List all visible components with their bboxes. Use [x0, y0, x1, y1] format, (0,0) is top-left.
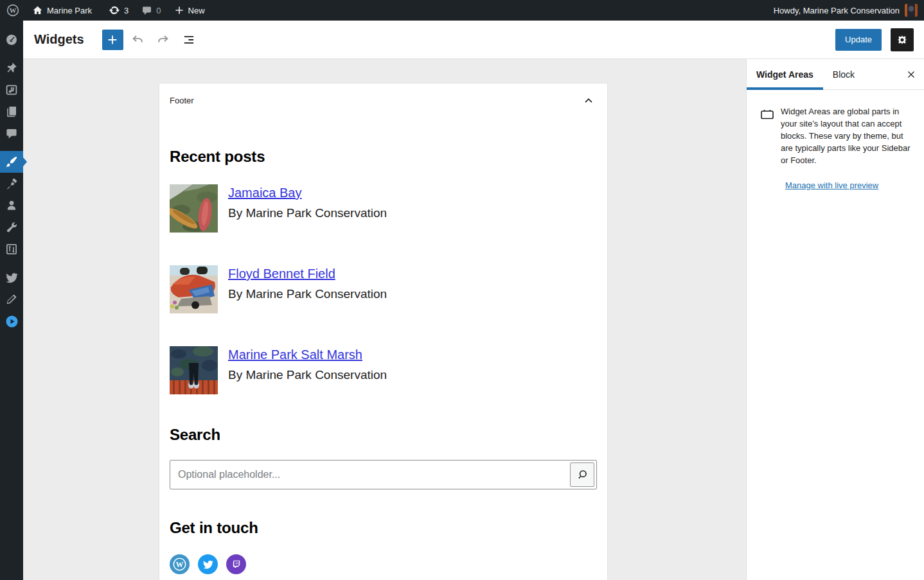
- list-view-button[interactable]: [177, 28, 200, 51]
- post-link[interactable]: Floyd Bennet Field: [228, 266, 335, 281]
- sidebar-item-tools[interactable]: [0, 216, 23, 238]
- post-byline: By Marine Park Conservation: [228, 206, 387, 220]
- close-icon: [905, 69, 917, 80]
- post-thumbnail-marine-park-salt-marsh: [170, 346, 218, 394]
- tab-widget-areas[interactable]: Widget Areas: [747, 59, 823, 89]
- new-content-menu[interactable]: New: [168, 0, 211, 21]
- sliders-icon: [5, 243, 18, 256]
- sidebar-item-pages[interactable]: [0, 101, 23, 123]
- list-view-icon: [182, 33, 196, 47]
- home-icon: [32, 5, 43, 16]
- search-widget: [170, 460, 597, 489]
- updates-menu[interactable]: 3: [102, 0, 135, 21]
- tab-block[interactable]: Block: [823, 59, 864, 89]
- svg-text:W: W: [10, 6, 17, 14]
- redo-icon: [156, 33, 170, 47]
- post-byline: By Marine Park Conservation: [228, 287, 387, 301]
- manage-live-preview-link[interactable]: Manage with live preview: [785, 180, 878, 190]
- sidebar-item-settings[interactable]: [0, 238, 23, 260]
- wordpress-logo-icon: W: [6, 4, 19, 17]
- post-thumbnail-jamaica-bay: [170, 184, 218, 233]
- comments-icon: [141, 5, 152, 16]
- sidebar-item-posts[interactable]: [0, 57, 23, 79]
- social-twitch-link[interactable]: [226, 554, 246, 574]
- twitter-bird-icon: [5, 271, 18, 284]
- settings-toggle-button[interactable]: [891, 28, 914, 51]
- list-item-post: Floyd Bennet Field By Marine Park Conser…: [170, 265, 597, 313]
- block-inserter-button[interactable]: [102, 30, 123, 50]
- svg-text:W: W: [176, 560, 184, 569]
- admin-bar: W Marine Park 3 0 New Howdy, Marine Park…: [0, 0, 924, 21]
- user-icon: [5, 199, 18, 212]
- plug-icon: [5, 177, 18, 190]
- sidebar-item-video[interactable]: [0, 310, 23, 332]
- widget-areas-description: Widget Areas are global parts in your si…: [781, 105, 914, 166]
- comments-menu[interactable]: 0: [135, 0, 167, 21]
- comment-bubble-icon: [5, 127, 18, 140]
- admin-sidebar: [0, 21, 23, 580]
- updates-icon: [109, 4, 120, 16]
- update-button[interactable]: Update: [835, 29, 882, 51]
- editor-header: Widgets Update: [23, 21, 924, 59]
- paintbrush-icon: [5, 155, 18, 168]
- search-heading: Search: [170, 426, 597, 444]
- howdy-text[interactable]: Howdy, Marine Park Conservation: [774, 6, 900, 15]
- redo-button[interactable]: [152, 28, 175, 51]
- new-label: New: [188, 6, 205, 15]
- pin-icon: [5, 62, 18, 75]
- post-link[interactable]: Marine Park Salt Marsh: [228, 347, 362, 362]
- sidebar-item-appearance[interactable]: [0, 151, 23, 173]
- gear-icon: [895, 33, 909, 47]
- site-name: Marine Park: [47, 6, 92, 15]
- undo-icon: [130, 33, 145, 47]
- dashboard-icon: [5, 33, 18, 46]
- play-circle-icon: [5, 315, 19, 328]
- editor-canvas: Footer Recent posts: [23, 59, 746, 580]
- twitter-icon: [202, 559, 213, 570]
- list-item-post: Jamaica Bay By Marine Park Conservation: [170, 184, 597, 233]
- avatar[interactable]: [905, 4, 918, 17]
- undo-button[interactable]: [126, 28, 149, 51]
- widget-area-footer-card: Footer Recent posts: [159, 83, 608, 580]
- search-icon: [575, 468, 589, 482]
- sidebar-item-dashboard[interactable]: [0, 29, 23, 51]
- wordpress-logo-menu[interactable]: W: [0, 0, 26, 21]
- post-thumbnail-floyd-bennet-field: [170, 265, 218, 313]
- widget-area-icon: [760, 105, 775, 166]
- settings-tabs: Widget Areas Block: [747, 59, 924, 90]
- pencil-icon: [5, 293, 18, 306]
- twitch-icon: [231, 559, 242, 570]
- post-link[interactable]: Jamaica Bay: [228, 185, 302, 200]
- search-input[interactable]: [170, 461, 570, 489]
- recent-posts-heading: Recent posts: [170, 148, 597, 166]
- sidebar-item-twitter[interactable]: [0, 267, 23, 288]
- sidebar-item-plugins[interactable]: [0, 173, 23, 195]
- sidebar-item-edit[interactable]: [0, 288, 23, 310]
- post-byline: By Marine Park Conservation: [228, 368, 387, 382]
- social-links: W: [170, 554, 597, 574]
- chevron-up-icon: [583, 96, 594, 105]
- sidebar-item-media[interactable]: [0, 79, 23, 101]
- social-wordpress-link[interactable]: W: [170, 554, 190, 574]
- collapse-widget-area-button[interactable]: [580, 93, 597, 107]
- get-in-touch-heading: Get in touch: [170, 519, 597, 537]
- social-twitter-link[interactable]: [198, 554, 218, 574]
- list-item-post: Marine Park Salt Marsh By Marine Park Co…: [170, 346, 597, 394]
- close-settings-button[interactable]: [898, 59, 924, 89]
- search-submit-button[interactable]: [570, 462, 594, 487]
- widget-area-title: Footer: [170, 96, 194, 105]
- plus-icon: [105, 33, 120, 47]
- pages-icon: [5, 105, 18, 118]
- updates-count: 3: [124, 6, 129, 15]
- wrench-icon: [5, 221, 18, 234]
- site-name-menu[interactable]: Marine Park: [26, 0, 98, 21]
- page-title: Widgets: [34, 32, 84, 47]
- sidebar-item-users[interactable]: [0, 195, 23, 216]
- settings-sidebar: Widget Areas Block Widget Areas are glob…: [746, 59, 924, 580]
- media-icon: [5, 83, 18, 96]
- comments-count: 0: [156, 6, 161, 15]
- wordpress-icon: W: [172, 556, 188, 572]
- sidebar-item-comments[interactable]: [0, 123, 23, 145]
- plus-icon: [174, 5, 184, 15]
